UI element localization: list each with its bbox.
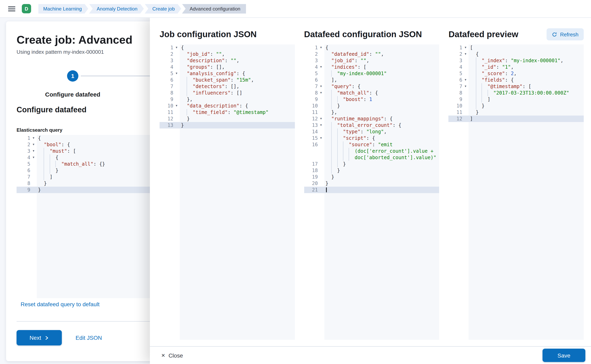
fold-toggle-icon[interactable]: ▾ (318, 83, 324, 90)
code-line[interactable]: 9] (448, 96, 584, 103)
code-line[interactable]: 7"detectors": [], (160, 83, 295, 90)
code-line[interactable]: 2"job_id": "", (160, 51, 295, 57)
code-line[interactable]: 1▾[ (448, 45, 584, 51)
code-line-text: "match_all": { (324, 90, 378, 96)
fold-toggle-icon[interactable]: ▾ (318, 90, 324, 96)
fold-toggle-icon[interactable]: ▾ (318, 116, 324, 122)
reset-datafeed-query-link[interactable]: Reset datafeed query to default (21, 301, 100, 307)
fold-toggle-icon[interactable]: ▾ (318, 135, 324, 141)
fold-toggle-icon[interactable]: ▾ (30, 141, 37, 148)
fold-toggle-icon[interactable]: ▾ (318, 45, 324, 51)
code-line[interactable]: 15▾"script": { (304, 135, 439, 141)
code-line-text: "datafeed_id": "", (324, 51, 384, 57)
code-line[interactable]: 3"_index": "my-index-000001", (448, 57, 584, 64)
fold-toggle-icon[interactable]: ▾ (462, 83, 469, 90)
code-line[interactable]: 1▾{ (160, 45, 295, 51)
fold-toggle-icon[interactable]: ▾ (318, 122, 324, 129)
code-line[interactable]: 10▾"data_description": { (160, 103, 295, 109)
code-line[interactable]: 11}, (304, 109, 439, 116)
code-line[interactable]: 13▾"total_error_count": { (304, 122, 439, 129)
line-number: 9 (448, 96, 462, 103)
menu-button[interactable] (6, 3, 18, 15)
close-button[interactable]: ✕ Close (159, 352, 185, 359)
user-avatar[interactable]: D (22, 4, 31, 13)
code-line[interactable]: 9}, (160, 96, 295, 103)
code-line[interactable]: 16"source": "emit (304, 141, 439, 148)
fold-toggle-icon[interactable]: ▾ (30, 135, 37, 141)
code-line[interactable]: 19} (304, 174, 439, 180)
code-line[interactable]: 6], (304, 77, 439, 83)
code-line[interactable]: 20} (304, 180, 439, 187)
code-line[interactable]: 18} (304, 167, 439, 174)
fold-gutter (462, 64, 469, 70)
code-line[interactable]: 13} (160, 122, 295, 129)
code-line[interactable]: 5▾"analysis_config": { (160, 70, 295, 77)
code-line[interactable]: 1▾{ (304, 45, 439, 51)
datafeed-preview-editor[interactable]: 1▾[2▾{3"_index": "my-index-000001",4"_id… (448, 45, 584, 340)
code-line[interactable]: 10} (448, 103, 584, 109)
code-line[interactable]: 2▾{ (448, 51, 584, 57)
code-line[interactable]: 7▾"query": { (304, 83, 439, 90)
code-line[interactable]: 10} (304, 103, 439, 109)
line-number: 2 (17, 141, 30, 148)
fold-gutter (318, 148, 324, 154)
edit-json-link[interactable]: Edit JSON (76, 334, 102, 341)
code-line[interactable]: 12▾"runtime_mappings": { (304, 116, 439, 122)
save-button[interactable]: Save (543, 349, 585, 362)
fold-toggle-icon[interactable]: ▾ (462, 77, 469, 83)
fold-toggle-icon[interactable]: ▾ (30, 148, 37, 154)
code-line[interactable]: 9"boost": 1 (304, 96, 439, 103)
fold-toggle-icon[interactable]: ▾ (30, 154, 37, 161)
code-line[interactable]: 21 (304, 187, 439, 193)
job-configuration-editor[interactable]: 1▾{2"job_id": "",3"description": "",4"gr… (160, 45, 295, 340)
line-number: 3 (17, 148, 30, 154)
breadcrumb-machine-learning[interactable]: Machine Learning (38, 4, 88, 13)
fold-toggle-icon[interactable]: ▾ (173, 70, 180, 77)
code-line[interactable]: 3"description": "", (160, 57, 295, 64)
line-number: 20 (304, 180, 318, 187)
code-line[interactable]: 12} (160, 116, 295, 122)
code-line[interactable]: 5"_score": 2, (448, 70, 584, 77)
code-line[interactable]: 5"my-index-000001" (304, 70, 439, 77)
next-button[interactable]: Next (17, 330, 62, 345)
code-line[interactable]: 4▾"indices": [ (304, 64, 439, 70)
step-1-indicator[interactable]: 1 (67, 70, 78, 82)
fold-gutter (462, 103, 469, 109)
code-line[interactable]: 3"job_id": "", (304, 57, 439, 64)
code-line-text: { (180, 45, 184, 51)
code-line[interactable]: 17} (304, 161, 439, 167)
line-number: 8 (448, 90, 462, 96)
datafeed-configuration-editor[interactable]: 1▾{2"datafeed_id": "",3"job_id": "",4▾"i… (304, 45, 439, 340)
code-line[interactable]: 6▾"fields": { (448, 77, 584, 83)
fold-toggle-icon[interactable]: ▾ (462, 51, 469, 57)
code-line-text: "query": { (324, 83, 360, 90)
close-button-label: Close (169, 352, 183, 358)
breadcrumb-create-job[interactable]: Create job (145, 4, 181, 13)
refresh-button[interactable]: Refresh (547, 28, 584, 40)
fold-toggle-icon[interactable]: ▾ (462, 45, 469, 51)
fold-gutter (30, 161, 37, 167)
code-line[interactable]: 14"type": "long", (304, 129, 439, 135)
code-line[interactable]: doc['aborted_count'].value)" (304, 154, 439, 161)
code-line-text: ], (324, 77, 337, 83)
code-line[interactable]: 8▾"match_all": { (304, 90, 439, 96)
code-line[interactable]: 8"2017-03-23T13:00:00.000Z" (448, 90, 584, 96)
code-line[interactable]: 8"influencers": [] (160, 90, 295, 96)
fold-gutter (462, 116, 469, 122)
datafeed-preview-heading: Datafeed preview (448, 30, 519, 39)
code-line[interactable]: 2"datafeed_id": "", (304, 51, 439, 57)
breadcrumb-anomaly-detection[interactable]: Anomaly Detection (89, 4, 144, 13)
fold-toggle-icon[interactable]: ▾ (173, 103, 180, 109)
code-line[interactable]: 12] (448, 116, 584, 122)
code-line[interactable]: 4"_id": "1", (448, 64, 584, 70)
code-line[interactable]: (doc['error_count'].value + (304, 148, 439, 154)
code-line[interactable]: 11"time_field": "@timestamp" (160, 109, 295, 116)
code-line-text: ] (469, 96, 490, 103)
fold-gutter (318, 154, 324, 161)
code-line[interactable]: 6"bucket_span": "15m", (160, 77, 295, 83)
code-line[interactable]: 4"groups": [], (160, 64, 295, 70)
fold-toggle-icon[interactable]: ▾ (318, 64, 324, 70)
fold-toggle-icon[interactable]: ▾ (173, 45, 180, 51)
code-line[interactable]: 11} (448, 109, 584, 116)
code-line[interactable]: 7▾"@timestamp": [ (448, 83, 584, 90)
